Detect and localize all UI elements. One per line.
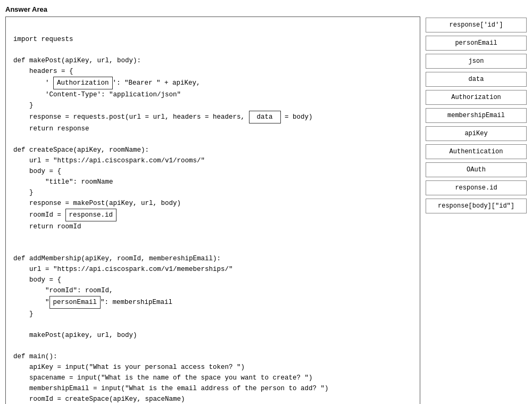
code-line-27: makePost(apikey, url, body)	[13, 332, 137, 339]
code-line-1: import requests	[13, 36, 73, 43]
code-line-29: def main():	[13, 353, 57, 360]
sidebar-btn-authorization[interactable]: Authorization	[426, 90, 527, 105]
code-line-4: headers = {	[13, 68, 73, 75]
code-line-6: 'Content-Type': "application/json"	[13, 91, 181, 98]
code-line-3: def makePost(apiKey, url, body):	[13, 57, 141, 64]
code-line-14: "title": roomName	[13, 178, 113, 186]
main-container: import requests def makePost(apiKey, url…	[5, 17, 527, 404]
code-box: import requests def makePost(apiKey, url…	[5, 17, 420, 404]
code-line-22: body = {	[13, 276, 61, 284]
authorization-inline-box: Authorization	[53, 77, 113, 89]
code-line-5: ' Authorization': "Bearer " + apiKey,	[13, 79, 201, 87]
code-content: import requests def makePost(apiKey, url…	[13, 23, 412, 404]
code-line-23: "roomId": roomId,	[13, 287, 113, 294]
code-line-24: "personEmail": membershipEmail	[13, 299, 172, 306]
sidebar-btn-response-id[interactable]: response['id']	[426, 18, 527, 32]
sidebar-btn-response-dot-id[interactable]: response.id	[426, 180, 527, 195]
sidebar-btn-response-body-id[interactable]: response[body]["id"]	[426, 199, 527, 213]
sidebar-btn-json[interactable]: json	[426, 54, 527, 69]
code-line-15: }	[13, 189, 34, 196]
code-line-30: apiKey = input("What is your personal ac…	[13, 364, 245, 371]
sidebar: response['id'] personEmail json data Aut…	[426, 17, 527, 213]
code-line-13: body = {	[13, 168, 61, 175]
sidebar-btn-api-key[interactable]: apiKey	[426, 126, 527, 141]
code-line-33: roomId = createSpace(apiKey, spaceName)	[13, 395, 185, 403]
code-line-11: def createSpace(apiKey, roomName):	[13, 146, 149, 154]
code-line-8: response = requests.post(url = url, head…	[13, 113, 313, 121]
code-line-17: roomId = response.id	[13, 211, 117, 219]
sidebar-btn-authentication[interactable]: Authentication	[426, 144, 527, 159]
code-line-20: def addMembership(apiKey, roomId, member…	[13, 255, 221, 262]
data-inline-box: data	[249, 111, 281, 123]
code-line-7: }	[13, 102, 34, 109]
answer-area-label: Answer Area	[5, 5, 527, 13]
code-line-25: }	[13, 310, 34, 318]
code-line-21: url = "https://api.ciscospark.com/v1/mem…	[13, 266, 233, 273]
person-email-inline-box: personEmail	[49, 296, 101, 309]
sidebar-btn-membership-email[interactable]: membershipEmail	[426, 108, 527, 123]
code-line-31: spacename = input("What is the name of t…	[13, 374, 313, 382]
sidebar-btn-data[interactable]: data	[426, 72, 527, 87]
code-line-16: response = makePost(apiKey, url, body)	[13, 200, 181, 207]
code-line-32: membershipEmail = input("What is the ema…	[13, 385, 329, 392]
code-line-9: return response	[13, 125, 89, 133]
sidebar-btn-oauth[interactable]: OAuth	[426, 162, 527, 177]
response-id-inline-box: response.id	[65, 209, 117, 221]
sidebar-btn-person-email[interactable]: personEmail	[426, 36, 527, 51]
code-line-18: return roomId	[13, 223, 81, 230]
code-line-12: url = "https://api.ciscospark.com/v1/roo…	[13, 157, 205, 164]
